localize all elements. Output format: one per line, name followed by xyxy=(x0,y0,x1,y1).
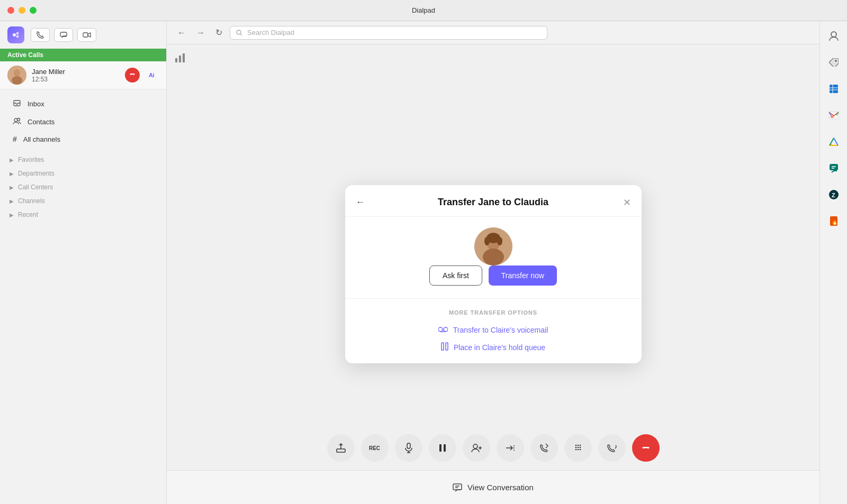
voicemail-label: Transfer to Claire's voicemail xyxy=(453,326,548,334)
rs-fire-icon[interactable]: 🔥 xyxy=(824,212,843,231)
call-centers-section[interactable]: ▶ Call Centers xyxy=(0,180,166,194)
transfer-button[interactable] xyxy=(497,434,524,462)
end-call-icon[interactable] xyxy=(125,68,140,83)
ai-icon[interactable]: Ai xyxy=(144,68,159,83)
back-button[interactable]: ← xyxy=(174,26,189,40)
svg-point-1 xyxy=(16,32,19,35)
svg-point-38 xyxy=(579,449,581,451)
transfer-now-button[interactable]: Transfer now xyxy=(489,265,557,286)
svg-point-40 xyxy=(831,32,836,37)
svg-rect-24 xyxy=(446,343,448,350)
top-nav: ← → ↻ Search Dialpad xyxy=(167,21,819,44)
end-call-button[interactable] xyxy=(632,434,660,462)
dialog-back-button[interactable]: ← xyxy=(356,197,365,208)
search-icon xyxy=(236,29,243,36)
svg-point-0 xyxy=(13,33,16,36)
rs-spreadsheet-icon[interactable] xyxy=(824,79,843,98)
sidebar-item-inbox[interactable]: Inbox xyxy=(3,95,163,113)
record-button[interactable]: REC xyxy=(361,434,389,462)
svg-point-2 xyxy=(16,35,19,38)
channels-section[interactable]: ▶ Channels xyxy=(0,194,166,208)
maximize-window-button[interactable] xyxy=(30,7,37,14)
call-actions: Ai xyxy=(125,68,159,83)
share-button[interactable] xyxy=(327,434,355,462)
main-content: ← → ↻ Search Dialpad xyxy=(167,21,819,504)
svg-point-6 xyxy=(14,69,20,77)
more-options-button[interactable] xyxy=(598,434,626,462)
svg-point-37 xyxy=(577,449,579,451)
view-conversation-label: View Conversation xyxy=(467,483,534,492)
contacts-icon xyxy=(13,117,21,127)
window-controls xyxy=(7,7,37,14)
pause-button[interactable] xyxy=(429,434,456,462)
hold-queue-label: Place in Claire's hold queue xyxy=(454,343,545,352)
mute-button[interactable] xyxy=(395,434,422,462)
svg-point-21 xyxy=(438,327,443,332)
svg-point-22 xyxy=(444,327,448,332)
stats-icon[interactable] xyxy=(174,52,186,66)
departments-section[interactable]: ▶ Departments xyxy=(0,167,166,180)
voicemail-option[interactable]: Transfer to Claire's voicemail xyxy=(438,325,548,335)
add-person-button[interactable] xyxy=(463,434,490,462)
rs-gmail-icon[interactable]: M xyxy=(824,106,843,125)
svg-point-35 xyxy=(579,447,581,448)
conversation-icon xyxy=(453,483,462,492)
search-placeholder: Search Dialpad xyxy=(247,29,294,36)
contact-avatar xyxy=(474,227,512,265)
rs-tag-icon[interactable] xyxy=(824,53,843,72)
close-window-button[interactable] xyxy=(7,7,14,14)
rs-person-icon[interactable] xyxy=(824,26,843,45)
collapsible-sections: ▶ Favorites ▶ Departments ▶ Call Centers… xyxy=(0,153,166,222)
caller-avatar xyxy=(7,66,26,85)
svg-point-33 xyxy=(575,447,576,448)
hold-queue-option[interactable]: Place in Claire's hold queue xyxy=(441,342,545,353)
dialog-title: Transfer Jane to Claudia xyxy=(438,197,548,208)
svg-point-7 xyxy=(12,76,22,85)
call-centers-arrow: ▶ xyxy=(10,185,14,190)
recent-section[interactable]: ▶ Recent xyxy=(0,208,166,222)
keypad-button[interactable] xyxy=(564,434,592,462)
dialog-actions: Ask first Transfer now xyxy=(429,265,557,286)
ask-first-button[interactable]: Ask first xyxy=(429,265,482,286)
rs-zendesk-icon[interactable]: Z xyxy=(824,185,843,204)
call-duration: 12:53 xyxy=(32,76,125,83)
svg-rect-28 xyxy=(444,444,446,452)
caller-info: Jane Miller 12:53 xyxy=(32,68,125,83)
video-tab-button[interactable] xyxy=(77,28,96,42)
favorites-section[interactable]: ▶ Favorites xyxy=(0,153,166,167)
more-transfer-options: MORE TRANSFER OPTIONS Transfer to Claire… xyxy=(345,298,642,363)
svg-rect-23 xyxy=(441,343,444,350)
sidebar-item-all-channels[interactable]: # All channels xyxy=(3,131,163,147)
search-bar[interactable]: Search Dialpad xyxy=(230,26,547,40)
svg-rect-14 xyxy=(183,53,185,62)
callback-button[interactable] xyxy=(530,434,558,462)
svg-marker-41 xyxy=(829,58,839,67)
message-tab-button[interactable] xyxy=(54,28,73,42)
view-conversation-bar[interactable]: View Conversation xyxy=(167,470,819,504)
phone-tab-button[interactable] xyxy=(31,28,50,42)
rs-drive-icon[interactable] xyxy=(824,132,843,151)
sidebar-item-contacts[interactable]: Contacts xyxy=(3,113,163,131)
svg-text:🔥: 🔥 xyxy=(831,218,838,225)
svg-point-17 xyxy=(483,249,504,265)
svg-rect-26 xyxy=(407,443,410,448)
svg-point-31 xyxy=(577,445,579,446)
dialog-close-button[interactable]: ✕ xyxy=(623,197,631,208)
recent-arrow: ▶ xyxy=(10,212,14,218)
app-title: Dialpad xyxy=(412,6,435,14)
minimize-window-button[interactable] xyxy=(19,7,25,14)
app-logo xyxy=(7,26,24,43)
rs-chat-icon[interactable] xyxy=(824,159,843,178)
contacts-label: Contacts xyxy=(28,118,55,126)
svg-point-42 xyxy=(835,60,837,62)
svg-point-32 xyxy=(579,445,581,446)
svg-rect-13 xyxy=(179,56,181,62)
active-call-item[interactable]: Jane Miller 12:53 Ai xyxy=(0,61,166,89)
right-sidebar: M Z 🔥 xyxy=(819,21,847,504)
svg-rect-4 xyxy=(83,33,88,37)
recent-label: Recent xyxy=(18,211,38,218)
svg-rect-43 xyxy=(830,85,838,93)
channels-label: All channels xyxy=(23,135,60,143)
refresh-button[interactable]: ↻ xyxy=(212,25,226,40)
forward-button[interactable]: → xyxy=(193,26,208,40)
